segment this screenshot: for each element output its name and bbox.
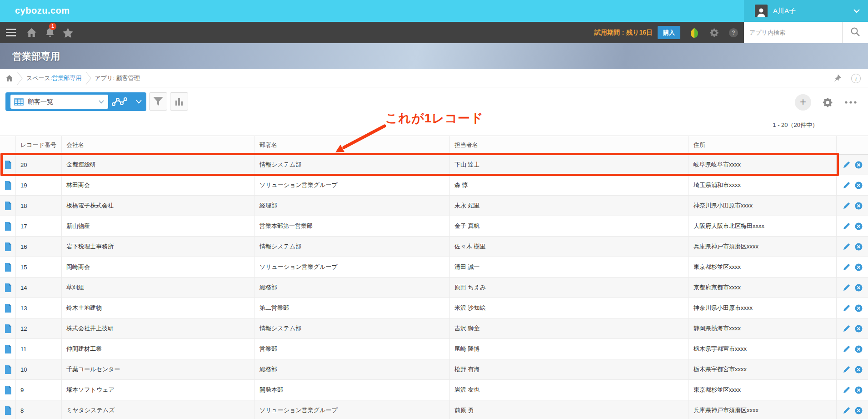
edit-record-button[interactable] xyxy=(843,304,850,312)
table-row[interactable]: 8 ミヤタシステムズ ソリューション営業グループ 前原 勇 兵庫県神戸市須磨区x… xyxy=(0,400,868,419)
favorites-star-icon[interactable] xyxy=(60,22,75,43)
breadcrumb-space-link[interactable]: 営業部専用 xyxy=(52,74,82,82)
edit-record-button[interactable] xyxy=(843,222,850,230)
person-cell: 金子 真帆 xyxy=(450,216,689,236)
record-document-icon[interactable] xyxy=(5,283,11,292)
person-cell: 尾崎 隆博 xyxy=(450,339,689,359)
address-cell: 神奈川県小田原市xxxx xyxy=(689,196,837,216)
table-row[interactable]: 10 千葉コールセンター 総務部 松野 有海 栃木県宇都宮市xxxx xyxy=(0,359,868,380)
table-row[interactable]: 13 鈴木土地建物 第二営業部 米沢 沙知絵 神奈川県小田原市xxxx xyxy=(0,298,868,318)
delete-record-button[interactable] xyxy=(855,325,863,333)
header-department[interactable]: 部署名 xyxy=(255,136,450,154)
person-cell: 森 惇 xyxy=(450,175,689,195)
record-document-icon[interactable] xyxy=(5,304,11,313)
edit-record-button[interactable] xyxy=(843,386,850,394)
buy-button[interactable]: 購入 xyxy=(658,26,680,39)
table-row[interactable]: 14 草刈組 総務部 原田 ちえみ 京都府京都市xxxx xyxy=(0,278,868,298)
delete-record-button[interactable] xyxy=(855,386,863,394)
record-document-icon[interactable] xyxy=(5,181,11,190)
help-icon[interactable]: ? xyxy=(726,22,741,43)
view-dropdown[interactable]: 顧客一覧 xyxy=(10,95,108,109)
record-number-cell: 19 xyxy=(16,175,62,195)
edit-record-button[interactable] xyxy=(843,263,850,271)
record-document-icon[interactable] xyxy=(5,263,11,272)
delete-circle-icon xyxy=(855,366,863,374)
header-address[interactable]: 住所 xyxy=(689,136,837,154)
header-actions-col xyxy=(837,136,868,154)
table-row[interactable]: 15 岡崎商会 ソリューション営業グループ 清田 誠一 東京都杉並区xxxx xyxy=(0,257,868,278)
table-body: 20 金都運総研 情報システム部 下山 達士 岐阜県岐阜市xxxx 19 林田商… xyxy=(0,155,868,419)
delete-record-button[interactable] xyxy=(855,161,863,169)
edit-record-button[interactable] xyxy=(843,325,850,332)
edit-record-button[interactable] xyxy=(843,243,850,250)
more-options-icon[interactable] xyxy=(844,101,857,104)
menu-icon[interactable] xyxy=(4,22,18,43)
edit-record-button[interactable] xyxy=(843,366,850,373)
table-row[interactable]: 11 仲間建材工業 営業部 尾崎 隆博 栃木県宇都宮市xxxx xyxy=(0,339,868,359)
header-person[interactable]: 担当者名 xyxy=(450,136,689,154)
add-record-button[interactable]: + xyxy=(795,94,811,111)
company-cell: 金都運総研 xyxy=(62,155,255,175)
table-row[interactable]: 20 金都運総研 情報システム部 下山 達士 岐阜県岐阜市xxxx xyxy=(0,155,868,175)
table-row[interactable]: 16 岩下税理士事務所 情報システム部 佐々木 樹里 兵庫県神戸市須磨区xxxx xyxy=(0,237,868,257)
delete-record-button[interactable] xyxy=(855,304,863,312)
delete-record-button[interactable] xyxy=(855,284,863,292)
edit-record-button[interactable] xyxy=(843,345,850,353)
pin-icon[interactable] xyxy=(833,74,841,82)
delete-record-button[interactable] xyxy=(855,407,863,414)
record-document-icon[interactable] xyxy=(5,242,11,251)
delete-record-button[interactable] xyxy=(855,345,863,353)
delete-record-button[interactable] xyxy=(855,263,863,271)
record-number-cell: 20 xyxy=(16,155,62,175)
breadcrumb-home-icon[interactable] xyxy=(5,75,13,82)
record-number-cell: 9 xyxy=(16,380,62,400)
delete-record-button[interactable] xyxy=(855,222,863,230)
edit-record-button[interactable] xyxy=(843,202,850,209)
chart-button[interactable] xyxy=(170,92,188,111)
person-cell: 下山 達士 xyxy=(450,155,689,175)
person-cell: 佐々木 樹里 xyxy=(450,237,689,257)
record-document-icon[interactable] xyxy=(5,406,11,415)
info-icon[interactable]: i xyxy=(851,74,861,83)
address-cell: 京都府京都市xxxx xyxy=(689,278,837,298)
record-document-icon[interactable] xyxy=(5,365,11,374)
record-document-icon[interactable] xyxy=(5,161,11,169)
record-number-cell: 8 xyxy=(16,400,62,419)
header-company[interactable]: 会社名 xyxy=(62,136,255,154)
pencil-icon xyxy=(843,202,850,209)
table-row[interactable]: 18 板橋電子株式会社 経理部 末永 妃里 神奈川県小田原市xxxx xyxy=(0,196,868,216)
search-input[interactable] xyxy=(744,22,842,43)
home-icon[interactable] xyxy=(24,22,39,43)
edit-record-button[interactable] xyxy=(843,284,850,291)
delete-circle-icon xyxy=(855,304,863,312)
graph-menu-chevron-icon[interactable] xyxy=(131,100,146,104)
delete-record-button[interactable] xyxy=(855,243,863,251)
table-row[interactable]: 9 塚本ソフトウェア 開発本部 岩沢 友也 東京都杉並区xxxx xyxy=(0,380,868,400)
table-row[interactable]: 17 新山物産 営業本部第一営業部 金子 真帆 大阪府大阪市北区梅田xxxx xyxy=(0,216,868,237)
header-record-number[interactable]: レコード番号 xyxy=(16,136,62,154)
table-header-row: レコード番号 会社名 部署名 担当者名 住所 xyxy=(0,136,868,155)
user-name: A川A子 xyxy=(773,7,853,15)
user-menu[interactable]: A川A子 xyxy=(744,0,868,22)
table-row[interactable]: 12 株式会社井上技研 情報システム部 吉沢 獅童 静岡県熱海市xxxx xyxy=(0,318,868,339)
edit-record-button[interactable] xyxy=(843,182,850,189)
filter-button[interactable] xyxy=(149,92,167,111)
record-document-icon[interactable] xyxy=(5,386,11,394)
delete-record-button[interactable] xyxy=(855,182,863,189)
header-icon-col xyxy=(0,136,16,154)
delete-record-button[interactable] xyxy=(855,202,863,210)
graph-view-icon[interactable] xyxy=(108,97,131,106)
settings-gear-icon[interactable] xyxy=(707,22,722,43)
record-document-icon[interactable] xyxy=(5,324,11,333)
department-cell: 第二営業部 xyxy=(255,298,450,318)
app-settings-gear-icon[interactable] xyxy=(822,97,833,108)
record-document-icon[interactable] xyxy=(5,222,11,231)
edit-record-button[interactable] xyxy=(843,161,850,168)
edit-record-button[interactable] xyxy=(843,407,850,414)
record-document-icon[interactable] xyxy=(5,202,11,210)
table-row[interactable]: 19 林田商会 ソリューション営業グループ 森 惇 埼玉県浦和市xxxx xyxy=(0,175,868,196)
delete-record-button[interactable] xyxy=(855,366,863,374)
record-document-icon[interactable] xyxy=(5,345,11,353)
search-button[interactable] xyxy=(842,22,868,43)
beginner-guide-icon[interactable] xyxy=(687,22,702,43)
